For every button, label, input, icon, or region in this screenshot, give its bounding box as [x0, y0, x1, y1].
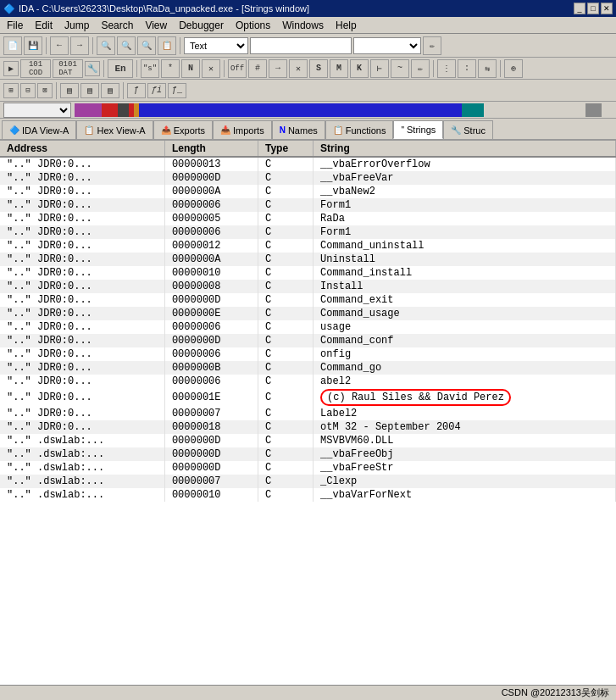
tab-imports[interactable]: 📥 Imports — [213, 120, 272, 139]
search1-button[interactable]: 🔍 — [97, 36, 115, 55]
search3-button[interactable]: 🔍 — [137, 36, 156, 55]
tab-names[interactable]: N Names — [272, 120, 325, 139]
close-button[interactable]: ✕ — [601, 3, 613, 14]
menu-jump[interactable]: Jump — [59, 19, 94, 32]
doc-button[interactable]: 📋 — [158, 36, 176, 55]
func-btn1[interactable]: ƒ — [127, 83, 146, 98]
grid-btn2[interactable]: ⊟ — [20, 83, 36, 98]
table-row[interactable]: ".." JDR0:0...0000000ECCommand_usage — [0, 307, 616, 320]
menu-options[interactable]: Options — [230, 19, 275, 32]
search-input[interactable] — [250, 37, 352, 54]
menu-help[interactable]: Help — [330, 19, 362, 32]
ida-btn1[interactable]: 101COD — [20, 59, 51, 78]
func-btn3[interactable]: ƒ_ — [168, 83, 186, 98]
menu-file[interactable]: File — [2, 19, 28, 32]
pencil-btn[interactable]: ✏ — [411, 59, 430, 78]
grid-btn3[interactable]: ⊠ — [37, 83, 53, 98]
sep10 — [123, 82, 124, 99]
table-row[interactable]: ".." .dswlab:...0000000DCMSVBVM60.DLL — [0, 434, 616, 447]
table-row[interactable]: ".." JDR0:0...00000005CRaDa — [0, 212, 616, 225]
table-row[interactable]: ".." JDR0:0...00000018CotM 32 - Septembe… — [0, 420, 616, 434]
table-row[interactable]: ".." JDR0:0...0000000AC__vbaNew2 — [0, 185, 616, 198]
stack-btn3[interactable]: ▤ — [101, 83, 119, 98]
new-button[interactable]: 📄 — [3, 36, 22, 55]
s-btn[interactable]: S — [309, 59, 328, 78]
table-row[interactable]: ".." JDR0:0...0000000DC__vbaFreeVar — [0, 171, 616, 185]
tilde-btn[interactable]: ~ — [391, 59, 409, 78]
imports-icon: 📥 — [220, 125, 230, 135]
cell-type: C — [258, 407, 313, 420]
run-button[interactable]: ▶ — [3, 61, 19, 76]
table-row[interactable]: ".." JDR0:0...00000008CInstall — [0, 280, 616, 293]
nav-color-bar[interactable] — [75, 103, 613, 117]
table-row[interactable]: ".." JDR0:0...00000006Cusage — [0, 320, 616, 334]
arrows-btn[interactable]: ⇆ — [478, 59, 497, 78]
forward-button[interactable]: → — [70, 36, 89, 55]
hash-btn[interactable]: # — [248, 59, 267, 78]
search-scope-select[interactable] — [353, 37, 421, 54]
nav-select[interactable] — [3, 103, 71, 118]
grid-btn1[interactable]: ⊞ — [3, 83, 19, 98]
tab-ida-view[interactable]: 🔷 IDA View-A — [2, 120, 76, 139]
table-row[interactable]: ".." JDR0:0...0000000DCCommand_conf — [0, 334, 616, 347]
table-row[interactable]: ".." JDR0:0...00000007CLabel2 — [0, 407, 616, 420]
arr-btn[interactable]: → — [269, 59, 287, 78]
k-btn[interactable]: K — [350, 59, 369, 78]
strings-table-container[interactable]: Address Length Type String ".." JDR0:0..… — [0, 141, 616, 685]
str-btn1[interactable]: "s" — [141, 59, 159, 78]
table-row[interactable]: ".." .dswlab:...00000007C_Clexp — [0, 475, 616, 488]
x-btn[interactable]: ✕ — [202, 59, 220, 78]
table-row[interactable]: ".." JDR0:0...00000010CCommand_install — [0, 266, 616, 280]
colon-btn[interactable]: : — [458, 59, 476, 78]
menu-edit[interactable]: Edit — [30, 19, 58, 32]
ida-btn3[interactable]: 🔧 — [85, 61, 100, 76]
table-row[interactable]: ".." JDR0:0...00000006Cabel2 — [0, 375, 616, 388]
search-type-select[interactable]: Text Hex Sequence — [184, 37, 248, 54]
cell-address: ".." .dswlab:... — [0, 475, 164, 488]
tab-strings[interactable]: " Strings — [393, 120, 443, 139]
table-row[interactable]: ".." JDR0:0...0000000ACUninstall — [0, 253, 616, 266]
menu-search[interactable]: Search — [96, 19, 138, 32]
table-row[interactable]: ".." .dswlab:...0000000DC__vbaFreeStr — [0, 461, 616, 475]
menu-view[interactable]: View — [140, 19, 172, 32]
cell-length: 00000007 — [164, 475, 258, 488]
dots-btn[interactable]: ⋮ — [437, 59, 456, 78]
extra-btn[interactable]: ⊕ — [504, 59, 523, 78]
tab-hex-view[interactable]: 📋 Hex View-A — [76, 120, 153, 139]
table-row[interactable]: ".." JDR0:0...00000012CCommand_uninstall — [0, 239, 616, 253]
tab-hex-view-label: Hex View-A — [97, 125, 145, 136]
menu-debugger[interactable]: Debugger — [174, 19, 229, 32]
table-row[interactable]: ".." JDR0:0...0000000BCCommand_go — [0, 361, 616, 375]
menu-windows[interactable]: Windows — [277, 19, 329, 32]
search2-button[interactable]: 🔍 — [117, 36, 136, 55]
en-btn[interactable]: En — [108, 59, 133, 78]
dash-btn[interactable]: ⊢ — [370, 59, 389, 78]
back-button[interactable]: ← — [50, 36, 69, 55]
table-row[interactable]: ".." JDR0:0...00000013C__vbaErrorOverflo… — [0, 157, 616, 171]
tab-struc[interactable]: 🔧 Struc — [443, 120, 493, 139]
tab-exports[interactable]: 📤 Exports — [153, 120, 213, 139]
stack-btn1[interactable]: ▤ — [60, 83, 79, 98]
minimize-button[interactable]: _ — [574, 3, 585, 14]
m-btn[interactable]: M — [330, 59, 348, 78]
table-row[interactable]: ".." .dswlab:...0000000DC__vbaFreeObj — [0, 447, 616, 461]
table-row[interactable]: ".." .dswlab:...00000010C__vbaVarForNext — [0, 488, 616, 502]
table-row[interactable]: ".." JDR0:0...00000006CForm1 — [0, 225, 616, 239]
ida-btn2[interactable]: 0101DAT — [53, 59, 83, 78]
go-button[interactable]: ✏ — [423, 36, 441, 55]
table-row[interactable]: ".." JDR0:0...00000006CForm1 — [0, 198, 616, 212]
n-btn[interactable]: N — [181, 59, 200, 78]
save-button[interactable]: 💾 — [24, 36, 42, 55]
cell-type: C — [258, 239, 313, 253]
seg-blue — [139, 103, 462, 117]
table-row[interactable]: ".." JDR0:0...00000006Config — [0, 347, 616, 361]
str-btn2[interactable]: * — [161, 59, 180, 78]
off-btn[interactable]: Off — [228, 59, 247, 78]
cross-btn[interactable]: ✕ — [289, 59, 308, 78]
table-row[interactable]: ".." JDR0:0...0000000DCCommand_exit — [0, 293, 616, 307]
tab-functions[interactable]: 📋 Functions — [325, 120, 394, 139]
table-row[interactable]: ".." JDR0:0...0000001EC(c) Raul Siles &&… — [0, 388, 616, 407]
stack-btn2[interactable]: ▤ — [80, 83, 99, 98]
maximize-button[interactable]: □ — [587, 3, 599, 14]
func-btn2[interactable]: ƒi — [147, 83, 166, 98]
